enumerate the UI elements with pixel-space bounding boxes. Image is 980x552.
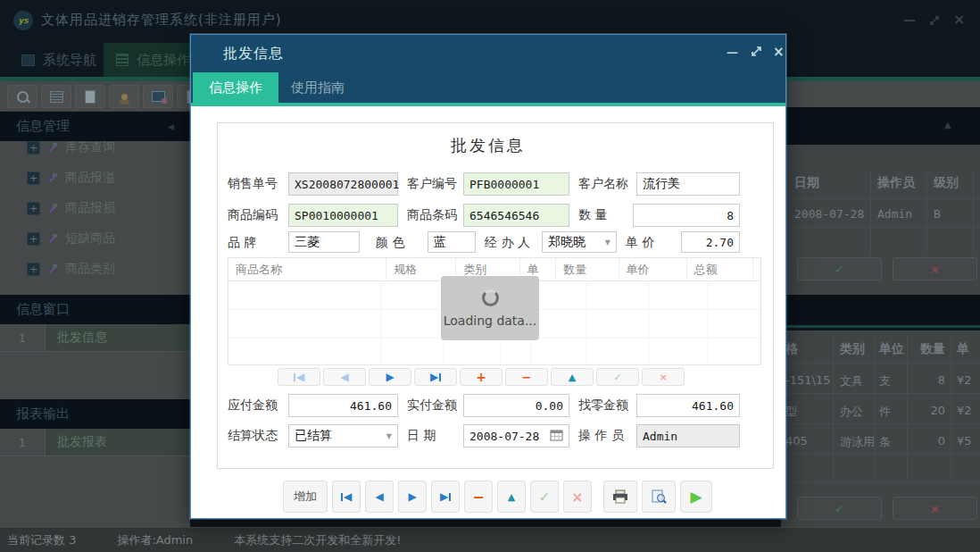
cell-spec[interactable]: -151\15 <box>785 373 832 387</box>
chevron-down-icon[interactable]: ▼ <box>605 238 610 247</box>
cell-qty[interactable]: 0 <box>911 434 945 447</box>
list-item-wholesale-info[interactable]: 1 批发信息 <box>0 324 190 352</box>
preview-button[interactable] <box>642 481 676 513</box>
sidebar-header-report-output[interactable]: 报表输出 <box>0 399 190 429</box>
customer-name-field[interactable]: 流行美 <box>636 172 740 196</box>
cell-qty[interactable]: 8 <box>911 373 945 387</box>
chevron-down-icon[interactable]: ▼ <box>386 432 392 440</box>
column-header-level[interactable]: 级别 <box>934 175 959 191</box>
cell-operator[interactable]: Admin <box>877 207 912 221</box>
grid-confirm-button[interactable]: ✓ <box>596 368 639 386</box>
first-button[interactable]: ◀ <box>332 481 361 513</box>
column-header-qty[interactable]: 数量 <box>920 341 945 357</box>
tab-system-nav[interactable]: 系统导航 <box>9 43 109 77</box>
dialog-maximize-icon[interactable] <box>750 45 763 62</box>
cancel-button[interactable]: × <box>893 497 977 520</box>
column-header-unit[interactable]: 单位 <box>879 341 904 357</box>
search-button[interactable] <box>7 85 37 108</box>
cell-category[interactable]: 办公 <box>840 404 863 420</box>
cell-price[interactable]: ¥5 <box>957 434 972 447</box>
color-field[interactable]: 蓝 <box>428 231 476 253</box>
cell-category[interactable]: 游泳用 <box>840 434 874 450</box>
sidebar-header-info-mgmt[interactable]: 信息管理 ◀ <box>0 112 190 141</box>
column-header-price[interactable]: 单 <box>957 341 969 357</box>
expand-plus-icon[interactable]: + <box>27 263 40 276</box>
cancel-button[interactable]: × <box>893 257 977 280</box>
brand-field[interactable]: 三菱 <box>288 231 360 253</box>
expand-plus-icon[interactable]: + <box>27 202 40 215</box>
customer-no-field[interactable]: PFB0000001 <box>463 172 569 196</box>
dialog-tab-info-operation[interactable]: 信息操作 <box>193 72 278 103</box>
column-header-date[interactable]: 日期 <box>794 175 819 191</box>
date-picker[interactable]: 2008-07-28 <box>463 424 569 447</box>
paid-field[interactable]: 0.00 <box>463 394 569 417</box>
column-header-operator[interactable]: 操作员 <box>877 175 915 191</box>
run-button[interactable]: ▶ <box>680 481 712 513</box>
column-header-category[interactable]: 类别 <box>840 341 865 357</box>
tab-info-operation[interactable]: 信息操作 <box>104 43 203 77</box>
product-code-field[interactable]: SP0010000001 <box>288 204 398 227</box>
confirm-button[interactable]: ✓ <box>797 497 882 520</box>
col-total[interactable]: 总额 <box>687 258 753 280</box>
last-button[interactable]: ▶ <box>431 481 460 513</box>
dialog-tab-user-guide[interactable]: 使用指南 <box>291 72 345 103</box>
settle-status-combobox[interactable]: 已结算 ▼ <box>288 424 398 447</box>
sidebar-item-damage[interactable]: + 商品报损 <box>0 195 190 222</box>
list-item-wholesale-report[interactable]: 1 批发报表 <box>0 429 190 456</box>
cell-unit[interactable]: 支 <box>879 373 891 389</box>
prev-button[interactable]: ◀ <box>365 481 394 513</box>
save-button[interactable]: ✓ <box>530 481 559 513</box>
window-minimize-icon[interactable]: — <box>903 13 916 27</box>
user-button[interactable] <box>109 85 139 108</box>
grid-last-button[interactable]: ▶ <box>414 368 457 386</box>
dialog-close-icon[interactable]: × <box>773 44 785 60</box>
sidebar-header-info-window[interactable]: 信息窗口 <box>0 295 190 324</box>
col-product-name[interactable]: 商品名称 <box>228 258 386 280</box>
barcode-field[interactable]: 6546546546 <box>463 204 569 227</box>
grid-next-button[interactable]: ▶ <box>369 368 411 386</box>
print-button[interactable] <box>603 481 637 513</box>
dialog-minimize-icon[interactable]: — <box>727 46 738 59</box>
cell-qty[interactable]: 20 <box>911 404 945 417</box>
cell-unit[interactable]: 件 <box>879 404 891 420</box>
list-button[interactable] <box>41 85 71 108</box>
monitor-button[interactable] <box>143 85 173 108</box>
next-button[interactable]: ▶ <box>398 481 427 513</box>
cell-spec[interactable]: 型 <box>785 404 797 420</box>
expand-plus-icon[interactable]: + <box>27 171 40 185</box>
window-restore-icon[interactable] <box>928 13 941 30</box>
change-field[interactable]: 461.60 <box>636 394 740 417</box>
cell-category[interactable]: 文具 <box>840 373 863 389</box>
collapse-left-icon[interactable]: ◀ <box>168 122 174 131</box>
cell-spec[interactable]: 405 <box>785 434 808 447</box>
sidebar-item-overflow[interactable]: + 商品报溢 <box>0 164 190 191</box>
cancel-button[interactable]: × <box>563 481 592 513</box>
grid-prev-button[interactable]: ◀ <box>323 368 366 386</box>
expand-plus-icon[interactable]: + <box>27 232 40 246</box>
grid-remove-button[interactable]: − <box>505 368 548 386</box>
cell-price[interactable]: ¥2 <box>957 373 972 387</box>
grid-first-button[interactable]: ◀ <box>278 368 320 386</box>
expand-plus-icon[interactable]: + <box>27 141 40 155</box>
sidebar-item-category[interactable]: + 商品类别 <box>0 255 190 282</box>
col-qty[interactable]: 数量 <box>556 258 619 280</box>
payable-field[interactable]: 461.60 <box>288 394 398 417</box>
cell-price[interactable]: ¥2 <box>957 404 972 417</box>
cell-level[interactable]: B <box>934 207 941 221</box>
column-header-spec[interactable]: 格 <box>785 341 798 357</box>
quantity-field[interactable]: 8 <box>633 204 740 227</box>
confirm-button[interactable]: ✓ <box>797 257 882 280</box>
document-button[interactable] <box>75 85 105 108</box>
collapse-up-icon[interactable]: ▲ <box>944 120 951 130</box>
grid-add-button[interactable]: + <box>460 368 502 386</box>
col-unit-price[interactable]: 单价 <box>619 258 687 280</box>
sidebar-item-shortage[interactable]: + 短缺商品 <box>0 225 190 252</box>
unit-price-field[interactable]: 2.70 <box>681 231 740 253</box>
cell-date[interactable]: 2008-07-28 <box>794 207 864 221</box>
right-panel-header-top[interactable]: ▲ <box>781 107 980 145</box>
cell-unit[interactable]: 条 <box>879 434 891 450</box>
add-button[interactable]: 增加 <box>283 481 328 513</box>
edit-button[interactable]: ▲ <box>497 481 526 513</box>
delete-button[interactable]: − <box>464 481 493 513</box>
window-close-icon[interactable]: × <box>953 11 965 28</box>
